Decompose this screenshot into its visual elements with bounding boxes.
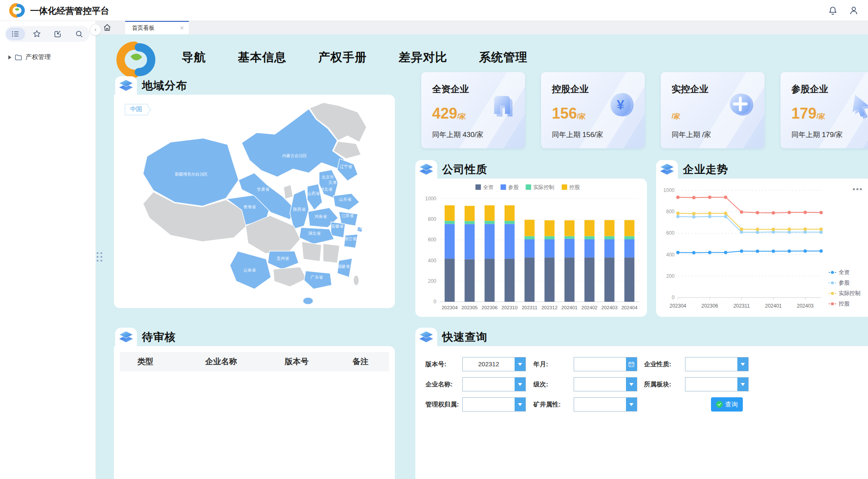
chevron-down-icon[interactable] xyxy=(626,398,637,411)
card-compare: 同年上期 156/家 xyxy=(552,130,603,140)
field-label-year-month: 年月: xyxy=(533,360,574,368)
nav-item-navigation[interactable]: 导航 xyxy=(182,49,206,65)
menu-list-icon[interactable] xyxy=(6,28,25,40)
company-nature-title: 公司性质 xyxy=(442,162,487,177)
plus-coin-icon xyxy=(723,84,759,124)
pointer-hand-icon xyxy=(842,84,868,124)
svg-text:600: 600 xyxy=(666,230,675,236)
nav-item-property-manual[interactable]: 产权手册 xyxy=(318,49,367,65)
svg-text:实际控制: 实际控制 xyxy=(839,290,860,296)
svg-text:浙江省: 浙江省 xyxy=(344,236,357,241)
card-compare: 同年上期 430/家 xyxy=(432,130,484,140)
chevron-down-icon[interactable] xyxy=(515,398,525,411)
svg-text:400: 400 xyxy=(666,252,675,258)
drag-handle[interactable] xyxy=(97,252,103,267)
level-select[interactable] xyxy=(574,377,637,391)
company-nature-select[interactable] xyxy=(685,357,749,371)
dashboard-main: 导航 基本信息 产权手册 差异对比 系统管理 地域分布 中国 新疆维吾尔自治区内… xyxy=(96,34,868,479)
svg-text:湖北省: 湖北省 xyxy=(308,231,321,236)
search-button-label: 查询 xyxy=(725,401,738,409)
svg-text:参股: 参股 xyxy=(839,280,850,286)
query-panel-header: 快速查询 xyxy=(415,328,487,346)
svg-text:202402: 202402 xyxy=(582,305,598,310)
tab-bar: 首页看板 × xyxy=(96,21,868,34)
chevron-down-icon[interactable] xyxy=(515,378,525,391)
chevron-down-icon[interactable] xyxy=(737,357,748,371)
trend-chart[interactable]: 0200400600800100020230420230620231120240… xyxy=(656,179,868,317)
pending-panel-header: 待审核 xyxy=(115,328,176,346)
sector-select[interactable] xyxy=(685,377,749,391)
svg-text:内蒙古自治区: 内蒙古自治区 xyxy=(282,153,307,158)
field-label-management-right: 管理权归属: xyxy=(425,401,462,409)
check-icon xyxy=(716,401,723,408)
nav-item-system-admin[interactable]: 系统管理 xyxy=(479,49,528,65)
svg-text:控股: 控股 xyxy=(569,184,580,190)
svg-text:202311: 202311 xyxy=(733,303,750,309)
edit-box-icon[interactable] xyxy=(48,28,67,40)
svg-text:河北省: 河北省 xyxy=(320,187,332,192)
home-icon[interactable] xyxy=(103,23,112,32)
query-form: 版本号: 202312 年月: 企业性质: 企 xyxy=(425,357,756,412)
nav-item-diff-compare[interactable]: 差异对比 xyxy=(399,49,447,65)
svg-text:海南省: 海南省 xyxy=(302,293,314,298)
svg-text:实际控制: 实际控制 xyxy=(533,184,554,190)
calendar-icon[interactable] xyxy=(626,357,637,371)
pending-table-header: 类型 企业名称 版本号 备注 xyxy=(120,352,389,371)
svg-text:202403: 202403 xyxy=(601,305,617,310)
version-select[interactable]: 202312 xyxy=(462,357,526,371)
company-nature-panel: 0200400600800100020230420230520230620231… xyxy=(415,179,647,317)
ellipsis-menu-icon[interactable]: ••• xyxy=(853,185,863,194)
svg-text:202403: 202403 xyxy=(797,303,814,309)
card-compare: 同年上期 /家 xyxy=(672,130,711,140)
svg-text:202305: 202305 xyxy=(461,305,477,310)
svg-text:202306: 202306 xyxy=(482,305,497,310)
svg-text:202306: 202306 xyxy=(701,303,718,309)
svg-text:1000: 1000 xyxy=(663,187,675,193)
user-icon[interactable] xyxy=(849,5,859,16)
chevron-down-icon[interactable] xyxy=(737,378,748,391)
svg-text:0: 0 xyxy=(672,295,675,300)
tab-home-dashboard[interactable]: 首页看板 × xyxy=(125,21,189,34)
layers-icon xyxy=(656,160,678,179)
svg-text:全资: 全资 xyxy=(483,184,494,190)
tab-close-icon[interactable]: × xyxy=(180,24,184,32)
svg-text:上海市: 上海市 xyxy=(355,226,368,230)
search-button[interactable]: 查询 xyxy=(711,397,743,412)
svg-text:控股: 控股 xyxy=(838,300,850,307)
company-nature-panel-header: 公司性质 xyxy=(415,160,487,179)
svg-text:安徽省: 安徽省 xyxy=(331,224,344,228)
svg-text:202304: 202304 xyxy=(442,305,458,310)
year-month-date-input[interactable] xyxy=(574,357,637,371)
chevron-down-icon[interactable] xyxy=(626,378,637,391)
pending-panel: 类型 企业名称 版本号 备注 xyxy=(114,346,395,479)
company-name-select[interactable] xyxy=(462,377,526,391)
mine-attribute-select[interactable] xyxy=(574,397,637,412)
region-chip[interactable]: 中国 xyxy=(125,104,148,115)
chevron-down-icon[interactable] xyxy=(515,357,525,371)
card-value: 156/家 xyxy=(552,105,586,122)
sidebar-collapse-button[interactable]: ‹ xyxy=(90,24,101,36)
bell-icon[interactable] xyxy=(828,5,838,16)
field-label-company-name: 企业名称: xyxy=(425,381,462,388)
folder-icon xyxy=(15,54,22,61)
china-map[interactable]: 新疆维吾尔自治区内蒙古自治区辽宁省北京市天津市河北省山西省山东省甘肃省青海省陕西… xyxy=(114,95,395,308)
card-title: 全资企业 xyxy=(432,83,469,96)
field-label-company-nature: 企业性质: xyxy=(644,360,685,368)
layers-icon xyxy=(115,328,137,346)
column-remark: 备注 xyxy=(353,356,389,367)
svg-text:北京市: 北京市 xyxy=(322,175,334,179)
star-icon[interactable] xyxy=(27,28,46,40)
nav-item-basic-info[interactable]: 基本信息 xyxy=(238,49,286,65)
svg-text:800: 800 xyxy=(666,209,675,215)
sidebar-item-label: 产权管理 xyxy=(26,53,51,61)
company-nature-chart[interactable]: 0200400600800100020230420230520230620231… xyxy=(415,179,647,317)
caret-right-icon[interactable] xyxy=(8,55,11,60)
svg-text:0: 0 xyxy=(433,299,436,305)
trend-panel-header: 企业走势 xyxy=(656,160,728,179)
management-right-select[interactable] xyxy=(462,397,526,412)
top-header: 一体化经营管控平台 xyxy=(0,0,868,21)
sidebar-toolbar xyxy=(5,26,90,42)
search-icon[interactable] xyxy=(70,28,89,40)
card-title: 实控企业 xyxy=(672,83,708,96)
sidebar-item-property-management[interactable]: 产权管理 xyxy=(8,53,51,61)
